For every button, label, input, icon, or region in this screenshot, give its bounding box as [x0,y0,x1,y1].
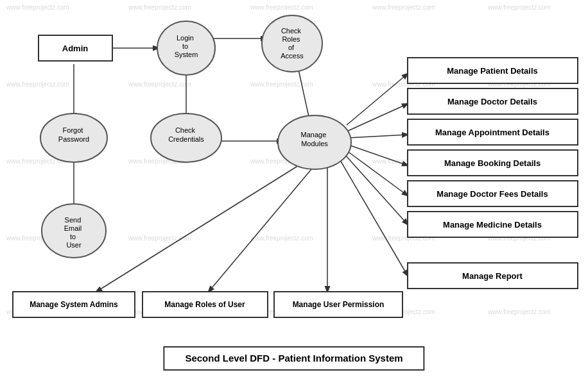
manage-user-permission-label: Manage User Permission [293,300,385,309]
diagram-container: www.freeprojectz.com www.freeprojectz.co… [0,0,588,346]
svg-text:www.freeprojectz.com: www.freeprojectz.com [487,308,551,315]
manage-doctor-label: Manage Doctor Details [447,97,537,106]
svg-text:www.freeprojectz.com: www.freeprojectz.com [250,4,313,11]
svg-line-38 [340,160,408,276]
admin-label: Admin [62,44,89,53]
svg-text:www.freeprojectz.com: www.freeprojectz.com [250,81,313,88]
svg-text:www.freeprojectz.com: www.freeprojectz.com [128,81,191,88]
footer-title: Second Level DFD - Patient Information S… [185,353,402,364]
manage-doctor-fees-label: Manage Doctor Fees Details [437,189,548,199]
svg-line-37 [345,155,408,224]
svg-line-34 [348,135,408,138]
svg-line-39 [96,163,302,292]
manage-booking-label: Manage Booking Details [444,158,540,168]
svg-text:www.freeprojectz.com: www.freeprojectz.com [372,4,435,11]
manage-appointment-label: Manage Appointment Details [435,128,549,137]
svg-line-40 [209,165,315,292]
svg-text:www.freeprojectz.com: www.freeprojectz.com [128,4,191,11]
svg-text:www.freeprojectz.com: www.freeprojectz.com [250,235,313,242]
manage-report-label: Manage Report [462,271,523,281]
footer-box: Second Level DFD - Patient Information S… [163,346,424,371]
manage-roles-label: Manage Roles of User [164,300,245,309]
manage-system-admins-label: Manage System Admins [30,300,118,309]
svg-text:www.freeprojectz.com: www.freeprojectz.com [6,81,69,88]
svg-text:www.freeprojectz.com: www.freeprojectz.com [6,4,69,11]
manage-medicine-label: Manage Medicine Details [443,220,542,230]
svg-text:www.freeprojectz.com: www.freeprojectz.com [487,4,551,11]
dfd-diagram: www.freeprojectz.com www.freeprojectz.co… [0,0,588,346]
manage-patient-label: Manage Patient Details [447,66,538,76]
